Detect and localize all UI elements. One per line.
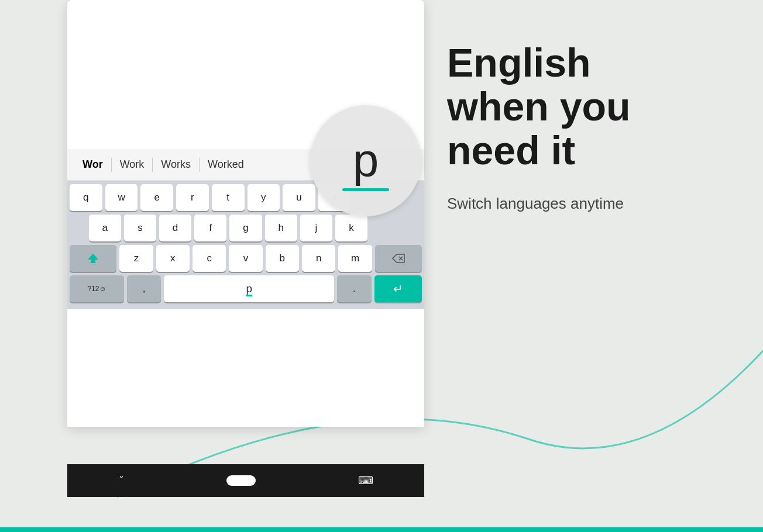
numbers-key[interactable]: ?12☺ (70, 275, 124, 302)
headline-text: English when you need it (447, 41, 728, 172)
key-row-3: z x c v b n m (70, 245, 422, 272)
key-s[interactable]: s (124, 215, 156, 241)
subtext: Switch languages anytime (447, 193, 728, 214)
key-b[interactable]: b (266, 245, 299, 272)
suggestion-works[interactable]: Works (153, 158, 199, 171)
popup-letter: p (353, 137, 379, 184)
key-q[interactable]: q (70, 184, 102, 211)
key-d[interactable]: d (159, 215, 191, 241)
period-label: . (353, 283, 356, 295)
key-m[interactable]: m (338, 245, 372, 272)
space-bar[interactable]: p (164, 275, 334, 302)
key-f[interactable]: f (194, 215, 226, 241)
key-c[interactable]: c (193, 245, 226, 272)
key-n[interactable]: n (302, 245, 335, 272)
popup-underline (342, 188, 389, 191)
suggestion-work[interactable]: Work (112, 158, 153, 171)
key-h[interactable]: h (265, 215, 297, 241)
key-y[interactable]: y (248, 184, 280, 211)
headline-line1: English (447, 40, 591, 85)
nav-home-button[interactable] (226, 475, 256, 486)
period-key[interactable]: . (337, 275, 371, 302)
headline-line3: need it (447, 128, 575, 172)
phone-mockup: Wor Work Works Worked q w e r t y u i o … (23, 0, 404, 497)
comma-key[interactable]: , (127, 275, 161, 302)
nav-back-icon[interactable]: ˅ (119, 474, 124, 487)
content-right: English when you need it Switch language… (424, 0, 763, 532)
shift-arrow-icon (87, 252, 99, 265)
svg-marker-0 (88, 254, 98, 263)
suggestion-wor[interactable]: Wor (74, 158, 111, 171)
key-k[interactable]: k (335, 215, 367, 241)
key-v[interactable]: v (229, 245, 262, 272)
key-u[interactable]: u (283, 184, 315, 211)
key-g[interactable]: g (229, 215, 262, 241)
enter-icon: ↵ (393, 282, 403, 296)
space-typed-text: p (246, 282, 253, 295)
key-a[interactable]: a (89, 215, 121, 241)
key-row-2: a s d f g h j k l (70, 215, 422, 241)
nav-keyboard-icon[interactable]: ⌨ (358, 474, 373, 487)
navigation-bar: ˅ ⌨ (67, 464, 424, 497)
backspace-key[interactable] (375, 245, 422, 272)
key-popup-bubble: p (310, 105, 421, 216)
headline-line2: when you (447, 84, 631, 129)
suggestion-worked[interactable]: Worked (200, 158, 252, 171)
key-x[interactable]: x (156, 245, 190, 272)
bottom-teal-bar (0, 527, 763, 532)
key-e[interactable]: e (140, 184, 173, 211)
key-row-4: ?12☺ , p . ↵ (70, 275, 422, 302)
key-r[interactable]: r (176, 184, 209, 211)
numbers-label: ?12☺ (87, 285, 106, 293)
comma-label: , (143, 283, 146, 295)
shift-key[interactable] (70, 245, 116, 272)
key-z[interactable]: z (119, 245, 153, 272)
key-j[interactable]: j (300, 215, 332, 241)
enter-key[interactable]: ↵ (374, 275, 422, 302)
key-t[interactable]: t (212, 184, 245, 211)
key-w[interactable]: w (105, 184, 138, 211)
